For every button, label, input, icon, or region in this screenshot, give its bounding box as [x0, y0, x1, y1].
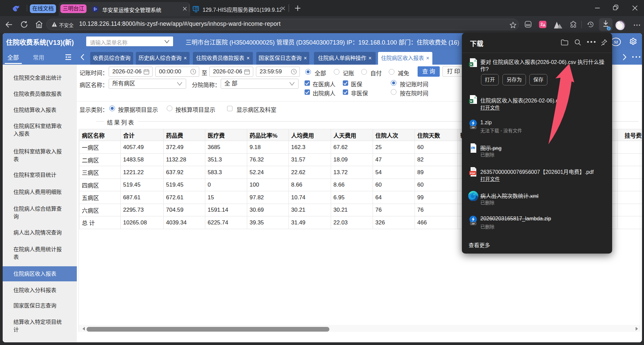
- svg-text:ZIP: ZIP: [472, 223, 475, 225]
- svg-text:PDF: PDF: [470, 172, 475, 175]
- svg-text:a,: a,: [474, 96, 477, 99]
- svg-text:R: R: [196, 7, 197, 9]
- svg-text:a,: a,: [474, 59, 477, 62]
- svg-text:SI: SI: [614, 40, 618, 45]
- svg-text:ZIP: ZIP: [472, 127, 475, 129]
